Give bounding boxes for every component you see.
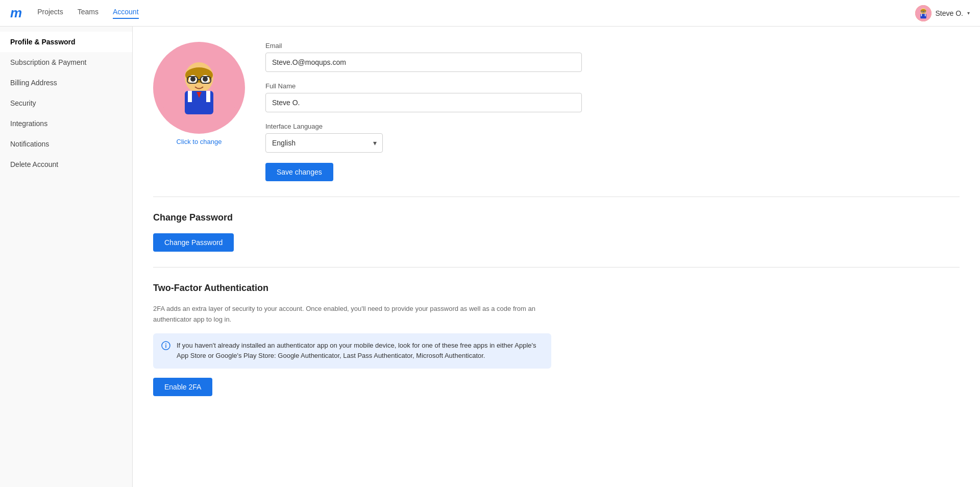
app-layout: Profile & Password Subscription & Paymen… (0, 27, 980, 487)
nav-link-projects[interactable]: Projects (37, 8, 63, 19)
save-changes-button[interactable]: Save changes (265, 163, 333, 181)
sidebar-item-delete-account[interactable]: Delete Account (0, 154, 132, 175)
fullname-label: Full Name (265, 82, 582, 90)
language-label: Interface Language (265, 123, 582, 130)
avatar (915, 5, 932, 21)
nav-links: Projects Teams Account (37, 8, 915, 19)
change-password-section: Change Password Change Password (153, 212, 960, 267)
user-menu[interactable]: Steve O. ▾ (915, 5, 970, 21)
fullname-group: Full Name (265, 82, 582, 112)
sidebar-item-profile-password[interactable]: Profile & Password (0, 32, 132, 52)
svg-point-22 (203, 77, 208, 82)
chevron-down-icon: ▾ (967, 10, 970, 16)
profile-section: Click to change Email Full Name Interfac… (153, 42, 960, 197)
sidebar-item-security[interactable]: Security (0, 93, 132, 113)
click-to-change-link[interactable]: Click to change (177, 138, 222, 145)
twofa-info-box: If you haven't already installed an auth… (153, 333, 551, 369)
nav-link-teams[interactable]: Teams (78, 8, 99, 19)
svg-point-8 (921, 11, 922, 12)
enable-2fa-button[interactable]: Enable 2FA (153, 378, 212, 396)
main-content: Click to change Email Full Name Interfac… (133, 27, 980, 487)
sidebar-item-billing[interactable]: Billing Address (0, 72, 132, 93)
info-icon (161, 341, 170, 352)
email-group: Email (265, 42, 582, 72)
svg-point-21 (190, 77, 195, 82)
email-label: Email (265, 42, 582, 50)
app-logo[interactable]: m (10, 5, 22, 21)
language-select[interactable]: English French German Spanish (265, 133, 383, 153)
user-name-label: Steve O. (936, 9, 963, 17)
twofa-info-text: If you haven't already installed an auth… (177, 340, 543, 362)
sidebar-item-integrations[interactable]: Integrations (0, 113, 132, 134)
svg-point-9 (924, 11, 925, 12)
sidebar-item-subscription[interactable]: Subscription & Payment (0, 52, 132, 72)
twofa-description: 2FA adds an extra layer of security to y… (153, 304, 551, 325)
sidebar-item-notifications[interactable]: Notifications (0, 134, 132, 154)
svg-rect-16 (188, 91, 192, 102)
svg-rect-3 (921, 14, 922, 16)
language-group: Interface Language English French German… (265, 123, 582, 153)
top-nav: m Projects Teams Account (0, 0, 980, 27)
sidebar: Profile & Password Subscription & Paymen… (0, 27, 133, 487)
profile-form: Email Full Name Interface Language Engli… (265, 42, 582, 181)
change-password-title: Change Password (153, 212, 960, 223)
profile-avatar[interactable] (153, 42, 245, 134)
svg-rect-17 (206, 91, 210, 102)
nav-link-account[interactable]: Account (113, 8, 139, 19)
change-password-button[interactable]: Change Password (153, 233, 234, 252)
language-select-wrapper: English French German Spanish ▾ (265, 133, 383, 153)
fullname-input[interactable] (265, 93, 582, 112)
svg-rect-4 (924, 14, 925, 16)
avatar-area: Click to change (153, 42, 245, 145)
twofa-title: Two-Factor Authentication (153, 283, 960, 294)
twofa-section: Two-Factor Authentication 2FA adds an ex… (153, 283, 960, 396)
email-input[interactable] (265, 53, 582, 72)
svg-point-29 (165, 343, 166, 344)
